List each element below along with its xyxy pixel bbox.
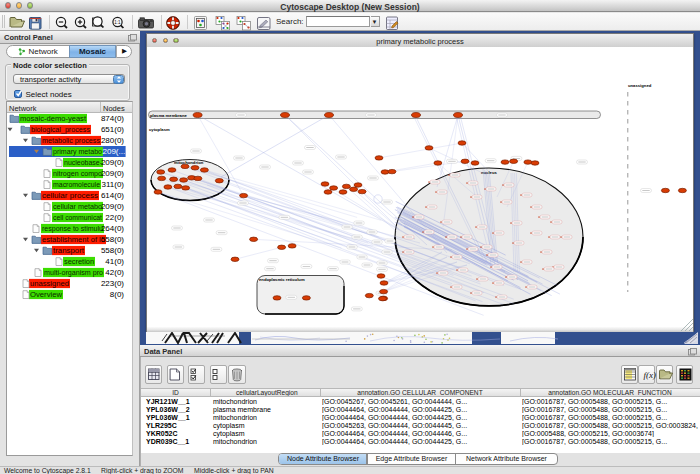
svg-text:209(0): 209(0) bbox=[101, 202, 124, 211]
svg-text:223(0): 223(0) bbox=[101, 279, 124, 288]
svg-text:plasma membrane: plasma membrane bbox=[150, 113, 187, 118]
svg-text:transport: transport bbox=[53, 246, 85, 255]
svg-text:cell communicat: cell communicat bbox=[53, 213, 103, 222]
svg-text:209(0): 209(0) bbox=[101, 158, 124, 167]
svg-text:nucleobase-: nucleobase- bbox=[64, 158, 102, 167]
svg-text:42(0): 42(0) bbox=[105, 268, 124, 277]
svg-text:multi-organism pro: multi-organism pro bbox=[44, 268, 103, 277]
svg-text:secretion: secretion bbox=[64, 257, 94, 266]
svg-text:unassigned: unassigned bbox=[30, 279, 69, 288]
svg-text:metabolic process: metabolic process bbox=[42, 136, 100, 145]
svg-text:macromolecule: macromolecule bbox=[53, 180, 100, 189]
svg-text:209(0): 209(0) bbox=[101, 169, 124, 178]
svg-text:874(0): 874(0) bbox=[101, 114, 124, 123]
svg-text:558(0): 558(0) bbox=[101, 246, 124, 255]
svg-text:primary metabo: primary metabo bbox=[53, 147, 102, 156]
svg-text:311(0): 311(0) bbox=[101, 180, 124, 189]
svg-text:41(0): 41(0) bbox=[105, 257, 124, 266]
svg-text:264(0): 264(0) bbox=[101, 224, 124, 233]
svg-text:cytoplasm: cytoplasm bbox=[149, 127, 170, 132]
svg-text:209(...: 209(... bbox=[103, 147, 126, 156]
svg-text:endoplasmic reticulum: endoplasmic reticulum bbox=[259, 277, 305, 282]
svg-text:mitochondrion: mitochondrion bbox=[174, 160, 204, 165]
svg-text:651(0): 651(0) bbox=[101, 125, 124, 134]
svg-text:biological_process: biological_process bbox=[31, 125, 90, 134]
svg-text:establishment of lo: establishment of lo bbox=[42, 235, 106, 244]
svg-text:cellular metabo: cellular metabo bbox=[53, 202, 102, 211]
svg-text:Overview: Overview bbox=[30, 290, 62, 299]
svg-text:558(0): 558(0) bbox=[101, 235, 124, 244]
svg-text:nitrogen compo: nitrogen compo bbox=[53, 169, 102, 178]
svg-text:22(0): 22(0) bbox=[105, 213, 124, 222]
svg-text:8(0): 8(0) bbox=[110, 290, 125, 299]
svg-text:unassigned: unassigned bbox=[628, 83, 652, 88]
svg-text:f(x): f(x) bbox=[644, 370, 657, 380]
svg-text:1:1: 1:1 bbox=[114, 20, 121, 25]
svg-text:280(0): 280(0) bbox=[101, 136, 124, 145]
svg-text:response to stimulu: response to stimulu bbox=[42, 224, 103, 233]
svg-text:mosaic-demo-yeast: mosaic-demo-yeast bbox=[20, 114, 87, 123]
svg-text:cellular process: cellular process bbox=[42, 191, 98, 200]
svg-text:614(0): 614(0) bbox=[101, 191, 124, 200]
